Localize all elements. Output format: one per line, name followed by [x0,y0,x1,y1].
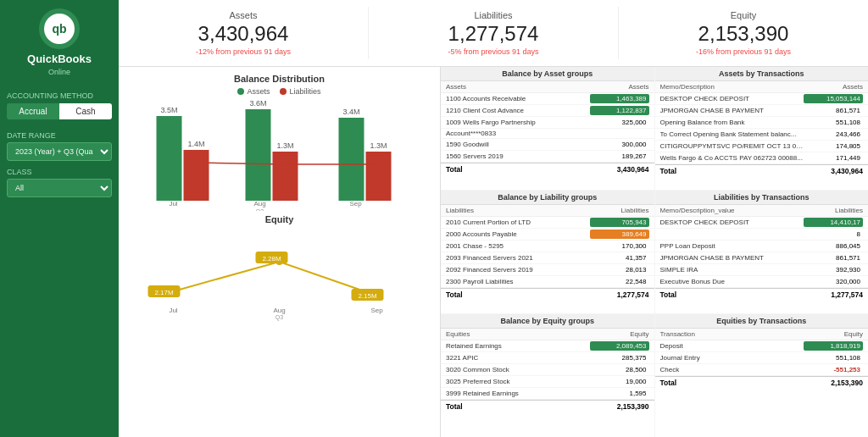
cell-name: 3025 Preferred Stock [446,378,590,385]
kpi-assets-change: -12% from previous 91 days [127,47,359,56]
bar-aug-liab-label: 1.3M [276,141,293,150]
cell-value: 285,375 [590,353,649,362]
total-value: 1,277,574 [804,290,863,299]
assets-by-transactions-section: Assets by Transactions Memo/Description … [655,67,869,190]
col-h-memo: Memo/Description [660,83,804,91]
bar-sep-assets [339,118,364,201]
bar-aug-x-label: Aug [253,200,265,207]
table-row: Retained Earnings 2,089,453 [441,340,654,352]
bar-aug-assets-label: 3.6M [249,101,266,108]
cell-value: 320,000 [804,277,863,286]
logo-inner: qb [44,14,75,44]
brand-sub: Online [48,68,70,76]
bar-sep-liab-label: 1.3M [370,141,387,150]
total-value: 2,153,390 [804,379,863,387]
sidebar: qb QuickBooks Online Accounting Method A… [0,0,119,437]
cell-name: Opening Balance from Bank [660,119,804,126]
cell-name: 2000 Accounts Payable [446,230,590,238]
cell-name: PPP Loan Deposit [660,242,804,250]
accounting-method-toggle: Accrual Cash [7,103,112,119]
cell-value: 189,267 [590,152,649,161]
kpi-equity-label: Equity [627,10,860,20]
equity-x-jul: Jul [169,307,177,314]
date-range-select[interactable]: 2023 (Year) + Q3 (Qua... [7,142,112,161]
table-row: 2093 Financed Servers 2021 41,357 [441,252,654,264]
equity-label-jul: 2.17M [154,289,174,296]
equity-x-q3: Q3 [275,314,283,321]
total-value: 1,277,574 [590,290,649,299]
kpi-liabilities-change: -5% from previous 91 days [377,47,609,56]
total-value: 3,430,964 [804,167,863,175]
balance-asset-groups-headers: Assets Assets [441,81,654,93]
cell-name: CITIGROUPPYMTSVC PO/REMIT OCT 13 07... [660,142,804,150]
logo-circle: qb [39,8,80,49]
logo-qb-text: qb [52,22,66,36]
cell-name: DESKTOP CHECK DEPOSIT [660,95,804,102]
bar-jul-x-label: Jul [169,200,177,207]
cell-value [590,133,649,135]
class-select[interactable]: All [7,179,112,197]
cell-value: 1,122,837 [590,106,649,115]
kpi-equity-value: 2,153,390 [627,22,860,46]
equity-x-sep: Sep [370,307,383,314]
accrual-button[interactable]: Accrual [7,103,59,119]
cell-name: SIMPLE IRA [660,266,804,274]
total-label: Total [446,165,590,174]
cell-value: -551,253 [804,365,863,374]
cell-name: Journal Entry [660,354,804,362]
cell-value: 551,108 [804,118,863,127]
kpi-assets-label: Assets [127,10,359,20]
cell-name: Wells Fargo & Co ACCTS PAY 062723 00088.… [660,154,804,162]
total-value: 3,430,964 [590,165,649,174]
kpi-row: Assets 3,430,964 -12% from previous 91 d… [119,0,868,67]
total-value: 2,153,390 [590,402,649,411]
cell-value: 861,571 [804,253,863,263]
brand-name: QuickBooks [27,53,92,66]
col-h-equity-values: Equity [590,330,649,338]
table-row: 2300 Payroll Liabilities 22,548 [441,276,654,288]
liabilities-by-transactions-title: Liabilities by Transactions [655,191,869,205]
total-label: Total [446,402,590,411]
table-row: 2010 Current Portion of LTD 705,943 [441,217,654,229]
cell-value: 170,300 [590,241,649,251]
col-h-asset-values: Assets [590,83,649,91]
equity-chart-svg: 2.17M 2.28M 2.15M Jul Aug Q3 Sep 2023 [125,228,433,321]
cell-value: 14,410,17 [804,218,863,227]
balance-asset-total: Total 3,430,964 [441,163,654,175]
liabilities-by-transactions-section: Liabilities by Transactions Memo/Descrip… [655,191,869,313]
cell-value: 41,357 [590,253,649,263]
balance-liability-groups-headers: Liabilities Liabilities [441,205,654,217]
cell-value: 392,930 [804,265,863,274]
balance-equity-groups-section: Balance by Equity groups Equities Equity… [441,314,654,437]
bar-aug-q3-label: Q3 [256,208,264,211]
table-row: JPMORGAN CHASE B PAYMENT 861,571 [655,252,869,264]
cell-name: Retained Earnings [446,342,590,350]
table-row: Executive Bonus Due 320,000 [655,276,869,288]
cell-value: 243,466 [804,130,863,139]
bar-aug-assets [246,109,271,201]
balance-asset-groups-title: Balance by Asset groups [441,67,654,81]
legend-assets: Assets [237,87,270,96]
assets-tx-total: Total 3,430,964 [655,164,869,177]
cell-name: JPMORGAN CHASE B PAYMENT [660,254,804,262]
balance-equity-groups-headers: Equities Equity [441,329,654,340]
cell-name: 1009 Wells Fargo Partnership [446,119,590,126]
cell-name: To Correct Opening Bank Statement balanc… [660,130,804,138]
kpi-equity-change: -16% from previous 91 days [627,47,860,56]
cell-value: 22,548 [590,277,649,286]
cell-name: JPMORGAN CHASE B PAYMENT [660,107,804,114]
table-row: 1210 Client Cost Advance 1,122,837 [441,105,654,117]
col-h-assets-tx: Assets [804,83,863,91]
bar-chart-svg: 3.5M 1.4M Jul 3.6M 1.3M Aug Q3 3.4M 1.3M… [125,101,433,211]
col-h-equities: Equities [446,330,590,338]
equity-chart-title: Equity [125,214,433,224]
table-row: 1590 Goodwill 300,000 [441,139,654,151]
cell-name: 2010 Current Portion of LTD [446,218,590,226]
table-row: SIMPLE IRA 392,930 [655,264,869,276]
accounting-method-label: Accounting Method [7,91,93,100]
col-h-liab-tx: Liabilities [804,207,863,214]
cell-value: 389,649 [590,230,649,239]
table-row: Account****0833 [441,129,654,139]
cash-button[interactable]: Cash [59,103,112,119]
table-row: 1100 Accounts Receivable 1,463,389 [441,93,654,105]
